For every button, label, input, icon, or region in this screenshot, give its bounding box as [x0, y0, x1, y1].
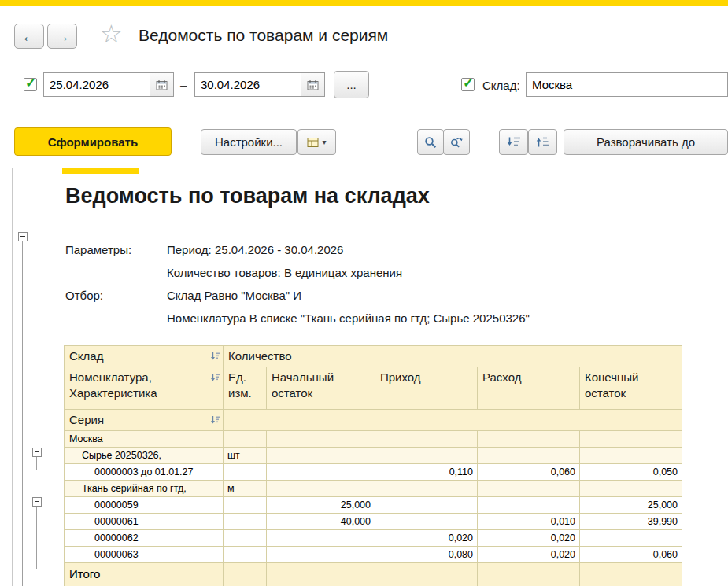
col-header-nomenclature[interactable]: Номенклатура, Характеристика — [65, 367, 224, 410]
row-label-cell[interactable]: 00000061 — [65, 513, 224, 529]
row-label-cell[interactable]: Сырье 20250326, — [65, 447, 224, 463]
row-value-cell[interactable] — [478, 496, 580, 513]
collapse-group-toggle[interactable] — [32, 448, 42, 457]
tree-line — [36, 507, 37, 569]
sort-icon[interactable] — [210, 349, 220, 365]
report-table-body: МоскваСырье 20250326,шт00000003 до 01.01… — [65, 430, 682, 562]
row-value-cell[interactable]: 40,000 — [267, 513, 375, 529]
parameter-line: Период: 25.04.2026 - 30.04.2026 — [167, 243, 343, 256]
row-label-cell[interactable]: 00000063 — [65, 546, 224, 562]
row-unit-cell[interactable]: м — [224, 480, 267, 496]
col-header-series[interactable]: Серия — [65, 410, 224, 431]
row-label-cell[interactable]: Москва — [65, 430, 224, 447]
back-button[interactable]: ← — [14, 24, 44, 49]
row-unit-cell[interactable] — [224, 529, 267, 546]
calendar-icon[interactable] — [150, 73, 173, 96]
row-value-cell[interactable] — [580, 562, 682, 586]
col-header-warehouse[interactable]: Склад — [65, 346, 224, 367]
row-value-cell[interactable] — [375, 562, 478, 586]
header-spacer — [224, 410, 682, 431]
row-value-cell[interactable] — [267, 430, 375, 447]
row-value-cell[interactable] — [267, 480, 375, 496]
date-from-input[interactable] — [44, 73, 150, 96]
favorite-star-icon[interactable]: ☆ — [100, 19, 123, 49]
expand-to-button[interactable]: Разворачивать до — [564, 129, 728, 155]
col-header-income[interactable]: Приход — [375, 367, 478, 410]
row-label-cell[interactable]: 00000059 — [65, 496, 224, 513]
row-value-cell[interactable] — [375, 447, 478, 463]
col-header-quantity[interactable]: Количество — [224, 346, 682, 367]
row-value-cell[interactable]: 25,000 — [580, 496, 682, 513]
row-value-cell[interactable]: 0,060 — [580, 546, 682, 562]
row-value-cell[interactable] — [267, 529, 375, 546]
search-button[interactable] — [417, 129, 444, 155]
row-value-cell[interactable] — [267, 562, 375, 586]
row-value-cell[interactable]: 0,060 — [478, 463, 580, 480]
col-header-opening-balance[interactable]: Начальный остаток — [267, 367, 375, 410]
row-value-cell[interactable] — [478, 480, 580, 496]
row-unit-cell[interactable] — [224, 496, 267, 513]
row-value-cell[interactable] — [375, 430, 478, 447]
table-row: Сырье 20250326,шт — [65, 447, 682, 463]
row-unit-cell[interactable] — [224, 463, 267, 480]
row-value-cell[interactable] — [580, 430, 682, 447]
period-more-button[interactable]: ... — [334, 71, 369, 98]
table-row: 000000620,0200,020 — [65, 529, 682, 546]
row-label-cell[interactable]: 00000062 — [65, 529, 224, 546]
row-value-cell[interactable]: 0,110 — [375, 463, 478, 480]
sort-icon[interactable] — [210, 413, 220, 429]
row-value-cell[interactable] — [267, 447, 375, 463]
row-unit-cell[interactable] — [224, 513, 267, 529]
row-value-cell[interactable]: 0,020 — [478, 546, 580, 562]
collapse-groups-icon — [507, 136, 521, 148]
col-header-unit[interactable]: Ед. изм. — [224, 367, 267, 410]
row-value-cell[interactable] — [478, 562, 580, 586]
row-label-cell[interactable]: 00000003 до 01.01.27 — [65, 463, 224, 480]
collapse-report-toggle[interactable] — [18, 232, 28, 241]
generate-button[interactable]: Сформировать — [14, 127, 172, 156]
chevron-down-icon: ▾ — [322, 138, 326, 146]
expand-groups-button[interactable] — [528, 129, 557, 155]
row-value-cell[interactable] — [580, 480, 682, 496]
row-value-cell[interactable]: 0,080 — [375, 546, 478, 562]
row-value-cell[interactable]: 0,020 — [375, 529, 478, 546]
warehouse-input[interactable] — [526, 72, 728, 97]
top-accent-bar — [0, 0, 728, 6]
row-value-cell[interactable]: 0,010 — [478, 513, 580, 529]
report-table: Склад Количество Номенклатура, Характери… — [64, 345, 682, 586]
warehouse-checkbox[interactable]: ✓ — [461, 78, 475, 91]
row-value-cell[interactable] — [375, 513, 478, 529]
calendar-icon[interactable] — [301, 73, 324, 96]
settings-button[interactable]: Настройки... — [201, 129, 297, 155]
row-value-cell[interactable]: 0,020 — [478, 529, 580, 546]
row-value-cell[interactable] — [580, 447, 682, 463]
report-variants-button[interactable]: ▾ — [297, 129, 336, 155]
collapse-groups-button[interactable] — [499, 129, 528, 155]
row-value-cell[interactable] — [478, 447, 580, 463]
row-value-cell[interactable] — [267, 546, 375, 562]
row-label-cell[interactable]: Ткань серийная по гтд, — [65, 480, 224, 496]
row-unit-cell[interactable] — [224, 562, 267, 586]
total-row-label[interactable]: Итого — [65, 562, 224, 586]
col-header-expense[interactable]: Расход — [478, 367, 580, 410]
row-value-cell[interactable]: 25,000 — [267, 496, 375, 513]
row-unit-cell[interactable] — [224, 546, 267, 562]
forward-button[interactable]: → — [47, 24, 77, 49]
period-checkbox[interactable]: ✓ — [24, 78, 37, 91]
collapse-group-toggle[interactable] — [32, 497, 42, 507]
row-value-cell[interactable] — [375, 480, 478, 496]
row-value-cell[interactable] — [580, 529, 682, 546]
forward-arrow-icon: → — [54, 28, 70, 46]
date-to-input[interactable] — [195, 73, 301, 96]
col-header-closing-balance[interactable]: Конечный остаток — [580, 367, 682, 410]
sort-icon[interactable] — [210, 370, 220, 386]
row-value-cell[interactable]: 0,050 — [580, 463, 682, 480]
row-value-cell[interactable]: 39,990 — [580, 513, 682, 529]
find-next-button[interactable] — [443, 129, 470, 155]
row-unit-cell[interactable]: шт — [224, 447, 267, 463]
row-value-cell[interactable] — [267, 463, 375, 480]
row-value-cell[interactable] — [375, 496, 478, 513]
check-icon: ✓ — [25, 75, 36, 91]
row-value-cell[interactable] — [478, 430, 580, 447]
row-unit-cell[interactable] — [224, 430, 267, 447]
